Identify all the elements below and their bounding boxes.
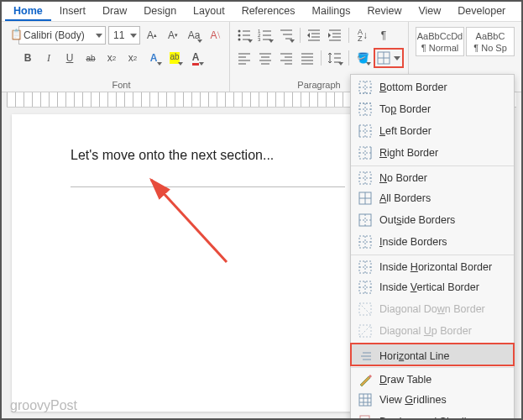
borders-menu-grid[interactable]: View Gridlines	[351, 389, 514, 411]
borders-menu-more[interactable]: Borders and Shading...	[351, 411, 514, 420]
tab-view[interactable]: View	[410, 2, 449, 21]
separator	[348, 28, 349, 43]
font-size-combo[interactable]: 11	[108, 26, 140, 45]
menu-item-label: Draw Table	[379, 374, 505, 386]
tab-layout[interactable]: Layout	[185, 2, 233, 21]
line-spacing-button[interactable]	[326, 49, 344, 67]
borders-menu-bottom[interactable]: Bottom Border	[351, 76, 514, 98]
show-paragraph-marks-button[interactable]: ¶	[374, 26, 393, 45]
borders-menu-top[interactable]: Top Border	[351, 98, 514, 120]
document-page[interactable]: Let's move onto the next section...	[12, 114, 404, 412]
menu-item-label: Inside Vertical Border	[379, 281, 505, 293]
justify-button[interactable]	[298, 49, 316, 67]
tab-draw[interactable]: Draw	[94, 2, 135, 21]
chevron-down-icon	[338, 62, 343, 66]
menu-item-label: No Border	[379, 172, 505, 184]
borders-button[interactable]	[374, 49, 403, 67]
borders-menu-draw[interactable]: Draw Table	[351, 367, 514, 389]
borders-menu-inh[interactable]: Inside Horizontal Border	[351, 255, 514, 276]
highlight-button[interactable]: ab	[165, 49, 184, 67]
chevron-down-icon	[290, 39, 295, 43]
text-effects-button[interactable]: A	[144, 49, 163, 67]
style-label: ¶ No Sp	[473, 41, 507, 55]
menu-item-label: Bottom Border	[379, 81, 505, 93]
borders-menu-inside[interactable]: Inside Borders	[351, 231, 514, 253]
font-color-button[interactable]: A	[186, 49, 205, 67]
inv-border-icon	[358, 280, 373, 295]
tab-mailings[interactable]: Mailings	[304, 2, 359, 21]
chevron-down-icon	[130, 34, 137, 38]
bold-button[interactable]: B	[18, 49, 37, 67]
menu-item-label: Inside Borders	[379, 236, 505, 248]
align-left-button[interactable]	[235, 49, 254, 67]
align-center-button[interactable]	[256, 49, 275, 67]
borders-menu-right[interactable]: Right Border	[351, 142, 514, 164]
underline-button[interactable]: U	[60, 49, 79, 67]
menu-item-label: Horizontal Line	[379, 350, 505, 362]
diagup-border-icon	[358, 323, 373, 339]
chevron-down-icon	[96, 34, 102, 38]
style-preview: AaBbC	[476, 28, 505, 41]
svg-rect-71	[359, 236, 371, 248]
chevron-down-icon	[178, 62, 183, 66]
draw-border-icon	[358, 372, 373, 387]
tab-developer[interactable]: Developer	[449, 2, 514, 21]
menu-item-label: Top Border	[379, 103, 505, 115]
svg-point-2	[238, 34, 241, 37]
top-border-icon	[358, 102, 373, 117]
hline-border-icon	[358, 349, 373, 364]
tab-references[interactable]: References	[233, 2, 304, 21]
borders-menu-outside[interactable]: Outside Borders	[351, 209, 514, 231]
svg-text:3: 3	[258, 37, 261, 42]
borders-menu-left[interactable]: Left Border	[351, 120, 514, 142]
superscript-button[interactable]: x2	[123, 49, 142, 67]
borders-menu-diagdown: Diagonal Down Border	[351, 298, 514, 320]
bullets-button[interactable]	[235, 26, 254, 45]
separator	[348, 50, 349, 66]
svg-point-4	[238, 39, 241, 41]
borders-menu-hline[interactable]: Horizontal Line	[351, 344, 514, 365]
ribbon-tabs: Home Insert Draw Design Layout Reference…	[2, 2, 521, 22]
increase-indent-button[interactable]	[326, 26, 344, 45]
tab-review[interactable]: Review	[358, 2, 410, 21]
tab-design[interactable]: Design	[135, 2, 185, 21]
inside-border-icon	[358, 234, 373, 249]
sort-button[interactable]: AZ↓	[353, 26, 372, 45]
clipboard-paste-icon[interactable]: 📋	[7, 25, 25, 44]
more-border-icon	[358, 414, 373, 420]
style-label: ¶ Normal	[421, 41, 458, 55]
chevron-down-icon	[248, 39, 253, 43]
tab-insert[interactable]: Insert	[51, 2, 94, 21]
svg-rect-62	[359, 172, 371, 184]
font-group-label: Font	[18, 78, 224, 90]
italic-button[interactable]: I	[39, 49, 58, 67]
style-no-spacing[interactable]: AaBbC ¶ No Sp	[466, 27, 515, 56]
decrease-indent-button[interactable]	[305, 26, 323, 45]
menu-item-label: View Gridlines	[379, 394, 505, 406]
borders-menu-all[interactable]: All Borders	[351, 187, 514, 209]
subscript-button[interactable]: x2	[102, 49, 121, 67]
inh-border-icon	[358, 260, 373, 275]
font-name-combo[interactable]: Calibri (Body)	[18, 26, 106, 45]
multilevel-list-button[interactable]	[277, 26, 295, 45]
borders-menu-diagup: Diagonal Up Border	[351, 320, 514, 342]
chevron-down-icon	[199, 62, 204, 66]
svg-rect-58	[359, 147, 371, 159]
clear-formatting-button[interactable]: A⧹	[206, 26, 224, 45]
borders-menu-inv[interactable]: Inside Vertical Border	[351, 276, 514, 298]
left-border-icon	[358, 123, 373, 139]
borders-menu-none[interactable]: No Border	[351, 165, 514, 187]
change-case-button[interactable]: Aa	[185, 26, 203, 45]
shrink-font-button[interactable]: A▾	[164, 26, 182, 45]
all-border-icon	[358, 191, 373, 206]
align-right-button[interactable]	[277, 49, 295, 67]
separator	[300, 28, 301, 43]
tab-home[interactable]: Home	[5, 2, 51, 21]
style-normal[interactable]: AaBbCcDd ¶ Normal	[416, 27, 464, 56]
numbering-button[interactable]: 123	[256, 26, 275, 45]
shading-button[interactable]: 🪣	[353, 49, 372, 67]
strikethrough-button[interactable]: ab	[81, 49, 100, 67]
tab-help[interactable]: Help	[514, 2, 523, 21]
grow-font-button[interactable]: A▴	[143, 26, 161, 45]
svg-point-0	[238, 30, 241, 33]
